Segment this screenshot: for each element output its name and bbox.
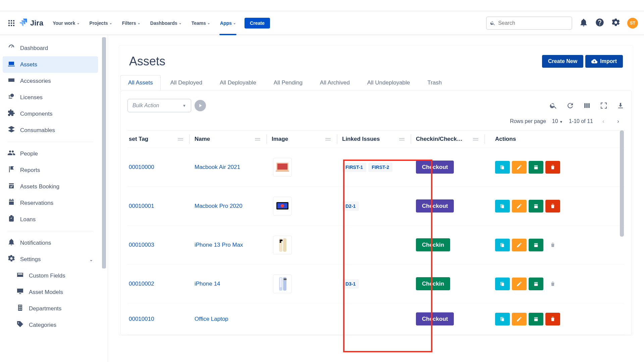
status-button[interactable]: Checkin (416, 238, 450, 251)
notifications-icon[interactable] (579, 18, 588, 28)
edit-action[interactable] (512, 161, 527, 174)
status-button[interactable]: Checkout (416, 199, 454, 213)
schedule-action[interactable] (529, 239, 543, 251)
asset-name-link[interactable]: iPhone 14 (195, 281, 272, 287)
tab-all-deployable[interactable]: All Deployable (212, 75, 264, 90)
download-icon[interactable] (616, 102, 625, 110)
create-button[interactable]: Create (245, 18, 270, 28)
asset-thumbnail (273, 275, 292, 293)
sidebar-item-licenses[interactable]: Licenses (3, 89, 98, 106)
sidebar-item-asset-models[interactable]: Asset Models (3, 284, 98, 300)
sidebar-item-reservations[interactable]: Reservations (3, 195, 98, 211)
asset-tag-link[interactable]: 00010003 (127, 242, 195, 248)
sidebar-item-departments[interactable]: Departments (3, 300, 98, 317)
issue-chip[interactable]: FIRST-2 (368, 163, 392, 172)
settings-top-icon[interactable] (611, 18, 621, 28)
topnav-your-work[interactable]: Your work⌄ (51, 18, 81, 28)
tab-all-archived[interactable]: All Archived (312, 75, 358, 90)
bulk-go-button[interactable] (195, 100, 206, 111)
sidebar-item-assets-booking[interactable]: Assets Booking (3, 178, 98, 195)
topnav-projects[interactable]: Projects⌄ (88, 18, 114, 28)
sidebar-item-settings[interactable]: Settings⌄ (3, 251, 98, 267)
status-button[interactable]: Checkin (416, 277, 450, 290)
global-search[interactable] (486, 16, 572, 30)
sidebar-item-categories[interactable]: Categories (3, 317, 98, 333)
rows-per-page-select[interactable]: 10 ▼ (552, 118, 563, 124)
topnav-teams[interactable]: Teams⌄ (190, 18, 212, 28)
asset-name-link[interactable]: iPhone 13 Pro Max (195, 242, 272, 248)
sidebar-item-assets[interactable]: Assets (3, 56, 98, 73)
asset-name-link[interactable]: Macbook Air 2021 (195, 164, 272, 171)
jira-logo[interactable]: Jira (19, 17, 43, 29)
tag-icon (16, 320, 24, 330)
tab-trash[interactable]: Trash (420, 75, 449, 90)
user-avatar[interactable]: ST (627, 18, 638, 28)
asset-tag-link[interactable]: 00010000 (127, 164, 195, 171)
topnav-dashboards[interactable]: Dashboards⌄ (148, 18, 183, 28)
tab-all-assets[interactable]: All Assets (120, 75, 161, 90)
delete-action[interactable] (545, 200, 560, 213)
column-header[interactable]: Linked Issues (342, 134, 416, 144)
asset-tag-link[interactable]: 00010010 (127, 316, 195, 322)
status-button[interactable]: Checkout (416, 312, 454, 325)
issue-chip[interactable]: D3-1 (342, 279, 359, 289)
help-icon[interactable] (595, 18, 604, 28)
issue-chip[interactable]: D2-1 (342, 201, 359, 211)
status-button[interactable]: Checkout (416, 161, 454, 174)
search-input[interactable] (498, 20, 568, 26)
column-header[interactable]: Name (195, 134, 272, 144)
delete-action[interactable] (545, 161, 560, 174)
asset-tag-link[interactable]: 00010002 (127, 281, 195, 287)
tab-all-pending[interactable]: All Pending (266, 75, 310, 90)
schedule-action[interactable] (529, 200, 543, 213)
schedule-action[interactable] (529, 313, 543, 325)
schedule-action[interactable] (529, 161, 543, 174)
svg-point-10 (280, 241, 281, 243)
columns-icon[interactable] (583, 102, 591, 110)
sidebar-item-people[interactable]: People (3, 145, 98, 162)
copy-action[interactable] (495, 239, 510, 251)
sidebar-item-custom-fields[interactable]: Custom Fields (3, 267, 98, 284)
table-scrollbar[interactable] (619, 130, 625, 335)
copy-action[interactable] (495, 200, 510, 213)
column-header[interactable]: Checkin/Check… (416, 134, 490, 144)
topnav-filters[interactable]: Filters⌄ (120, 18, 142, 28)
sidebar-item-notifications[interactable]: Notifications (3, 235, 98, 251)
issue-chip[interactable]: FIRST-1 (342, 163, 366, 172)
copy-action[interactable] (495, 278, 510, 290)
next-page-button[interactable]: › (614, 118, 623, 124)
copy-action[interactable] (495, 313, 510, 325)
refresh-icon[interactable] (566, 102, 574, 110)
sidebar-item-dashboard[interactable]: Dashboard (3, 40, 98, 56)
sidebar-item-accessories[interactable]: Accessories (3, 73, 98, 89)
column-header[interactable]: Image (272, 134, 342, 144)
table-search-icon[interactable] (549, 102, 557, 110)
fullscreen-icon[interactable] (600, 102, 608, 110)
column-header[interactable]: set Tag (127, 134, 195, 144)
sidebar-item-loans[interactable]: Loans (3, 211, 98, 228)
sidebar-item-reports[interactable]: Reports (3, 162, 98, 178)
tab-all-deployed[interactable]: All Deployed (163, 75, 210, 90)
edit-action[interactable] (512, 239, 527, 251)
sidebar-scrollbar[interactable] (101, 35, 107, 362)
asset-name-link[interactable]: Macbook Pro 2020 (195, 203, 272, 209)
import-button[interactable]: Import (585, 55, 623, 68)
edit-action[interactable] (512, 278, 527, 290)
copy-action[interactable] (495, 161, 510, 174)
asset-tag-link[interactable]: 00010001 (127, 203, 195, 209)
prev-page-button[interactable]: ‹ (599, 118, 608, 124)
edit-action[interactable] (512, 313, 527, 325)
edit-action[interactable] (512, 200, 527, 213)
delete-action[interactable] (545, 313, 560, 325)
asset-name-link[interactable]: Office Laptop (195, 316, 272, 322)
page-range: 1-10 of 11 (569, 118, 593, 124)
app-switcher-icon[interactable] (6, 18, 17, 28)
tab-all-undeployable[interactable]: All Undeployable (360, 75, 418, 90)
sidebar-item-consumables[interactable]: Consumables (3, 122, 98, 138)
topnav-apps[interactable]: Apps⌄ (218, 18, 238, 28)
sidebar-item-components[interactable]: Components (3, 106, 98, 122)
create-new-button[interactable]: Create New (542, 55, 583, 68)
bulk-action-select[interactable]: Bulk Action▼ (127, 99, 191, 112)
column-header[interactable]: Actions (490, 136, 625, 142)
schedule-action[interactable] (529, 278, 543, 290)
